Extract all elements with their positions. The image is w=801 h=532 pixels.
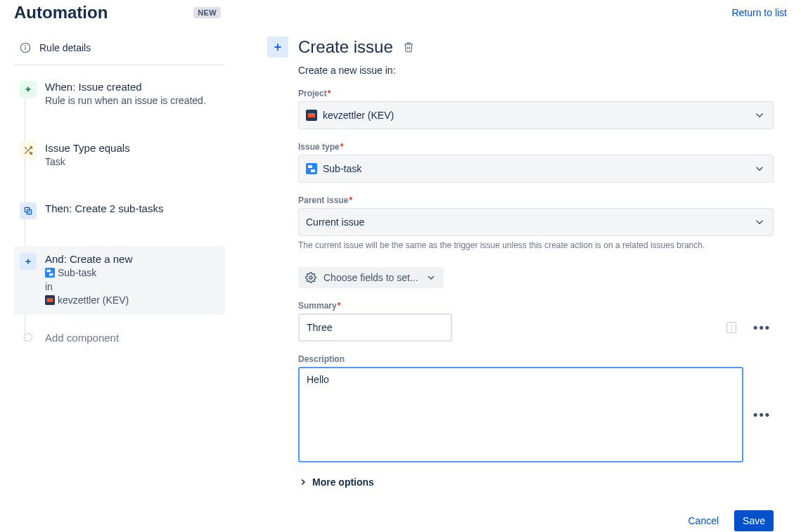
project-avatar-icon — [306, 110, 317, 121]
svg-rect-20 — [308, 113, 315, 117]
subtask-icon — [45, 268, 55, 278]
sidebar-item-then[interactable]: Then: Create 2 sub-tasks — [14, 195, 225, 226]
info-icon — [20, 42, 31, 53]
summary-label: Summary* — [298, 301, 774, 311]
copy-icon — [20, 202, 37, 219]
smart-value-icon[interactable]: ⋮ — [726, 322, 736, 333]
parent-issue-select[interactable]: Current issue — [298, 208, 774, 236]
gear-icon — [305, 272, 316, 283]
project-value: kevzettler (KEV) — [323, 110, 394, 121]
delete-button[interactable] — [403, 41, 414, 53]
sidebar-item-and-create[interactable]: And: Create a new Sub-task in kevzettler… — [14, 246, 225, 315]
rule-details-label: Rule details — [39, 42, 91, 53]
sidebar-item-title: And: Create a new — [45, 253, 219, 265]
shuffle-icon — [20, 142, 37, 159]
add-component-label: Add component — [45, 332, 119, 344]
svg-point-24 — [309, 276, 312, 279]
project-label: Project* — [298, 89, 774, 98]
svg-line-7 — [25, 147, 27, 149]
more-options-label: More options — [312, 476, 374, 488]
project-select[interactable]: kevzettler (KEV) — [298, 101, 774, 129]
sidebar-item-title: When: Issue created — [45, 81, 219, 93]
svg-rect-12 — [45, 268, 55, 278]
choose-fields-button[interactable]: Choose fields to set... — [298, 267, 444, 288]
sidebar-item-when[interactable]: When: Issue created Rule is run when an … — [14, 74, 225, 115]
more-actions-button[interactable]: ••• — [750, 320, 774, 335]
description-textarea[interactable] — [298, 367, 743, 462]
sidebar-item-title: Issue Type equals — [45, 142, 219, 154]
subtask-icon — [306, 163, 317, 174]
project-avatar-icon — [45, 295, 55, 305]
more-actions-button[interactable]: ••• — [750, 408, 774, 422]
more-options-toggle[interactable]: More options — [298, 476, 774, 488]
svg-rect-21 — [306, 163, 317, 174]
rule-sidebar: Rule details When: Issue created Rule is… — [14, 37, 225, 531]
summary-input[interactable] — [298, 313, 452, 342]
sidebar-item-title: Then: Create 2 sub-tasks — [45, 202, 219, 214]
parent-issue-helper: The current issue will be the same as th… — [298, 240, 774, 250]
chevron-down-icon — [753, 216, 766, 228]
plus-icon — [20, 81, 37, 98]
rule-details-item[interactable]: Rule details — [14, 37, 225, 65]
plus-icon — [267, 37, 288, 58]
svg-rect-14 — [49, 273, 53, 276]
svg-point-2 — [25, 45, 26, 46]
config-panel: Create issue Create a new issue in: Proj… — [267, 37, 774, 531]
svg-rect-22 — [308, 165, 312, 168]
chevron-down-icon — [753, 109, 766, 122]
sidebar-item-sub: Sub-task in kevzettler (KEV) — [45, 266, 219, 308]
panel-subtitle: Create a new issue in: — [298, 65, 774, 76]
parent-issue-label: Parent issue* — [298, 195, 774, 205]
save-button[interactable]: Save — [734, 510, 774, 531]
svg-rect-16 — [47, 299, 53, 302]
issue-type-select[interactable]: Sub-task — [298, 155, 774, 183]
sidebar-item-condition[interactable]: Issue Type equals Task — [14, 135, 225, 176]
chevron-down-icon — [425, 272, 437, 283]
cancel-button[interactable]: Cancel — [679, 510, 727, 531]
description-label: Description — [298, 354, 774, 364]
svg-rect-23 — [311, 169, 315, 172]
return-to-list-link[interactable]: Return to list — [731, 7, 787, 18]
page-title: Automation — [14, 3, 108, 22]
panel-title: Create issue — [298, 37, 393, 57]
sidebar-item-sub: Rule is run when an issue is created. — [45, 94, 219, 108]
issue-type-value: Sub-task — [323, 163, 361, 174]
svg-rect-13 — [47, 270, 51, 273]
parent-issue-value: Current issue — [306, 216, 364, 228]
choose-fields-label: Choose fields to set... — [323, 272, 418, 283]
chevron-right-icon — [298, 477, 308, 487]
plus-icon — [20, 253, 37, 270]
add-circle-icon — [24, 333, 32, 342]
new-badge: NEW — [193, 7, 221, 18]
chevron-down-icon — [753, 162, 766, 175]
add-component-button[interactable]: Add component — [14, 327, 225, 348]
sidebar-item-sub: Task — [45, 155, 219, 169]
issue-type-label: Issue type* — [298, 142, 774, 152]
